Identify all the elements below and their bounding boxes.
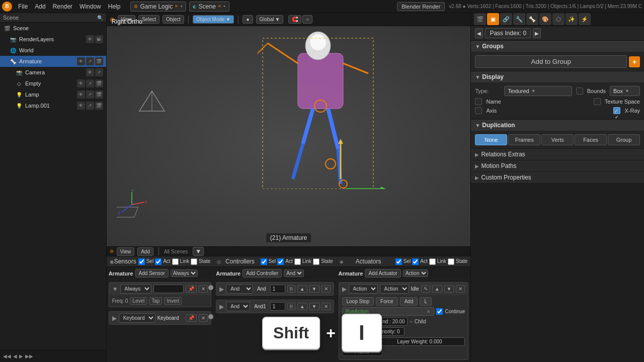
- sensor-always-invert[interactable]: Invert: [164, 297, 182, 305]
- add-sensor-btn[interactable]: Add Sensor: [135, 269, 169, 278]
- controller-and2-type[interactable]: And: [226, 302, 250, 311]
- sensors-sel-check[interactable]: [138, 258, 145, 265]
- sensor-keyboard-connector[interactable]: [208, 314, 213, 319]
- pass-index-prev[interactable]: ◀: [475, 28, 483, 38]
- proportional-btn[interactable]: ○: [302, 15, 312, 24]
- outliner-item-empty[interactable]: ◇ Empty 👁 ↗ 🎬: [0, 78, 106, 89]
- custom-properties-section[interactable]: ▶ Custom Properties: [471, 172, 644, 184]
- sensor-always-level[interactable]: Level: [130, 297, 147, 305]
- sensors-act-check[interactable]: [155, 258, 162, 265]
- relations-extras-section[interactable]: ▶ Relations Extras: [471, 149, 644, 160]
- dup-faces-btn[interactable]: Faces: [575, 134, 607, 145]
- continue-checkbox[interactable]: [436, 308, 443, 315]
- add-controller-btn[interactable]: Add Controller: [243, 269, 282, 278]
- object-menu-btn[interactable]: Object: [163, 15, 184, 24]
- sensor-always-close[interactable]: ✕: [199, 285, 208, 293]
- props-particle-icon[interactable]: ✨: [566, 13, 578, 25]
- display-section-header[interactable]: ▼ Display: [471, 71, 644, 83]
- run-action-clear[interactable]: ✕: [427, 309, 431, 314]
- outliner-item-scene[interactable]: 🎬 Scene: [0, 23, 106, 34]
- actuators-state-check[interactable]: [448, 258, 454, 265]
- dup-none-btn[interactable]: None: [475, 134, 507, 145]
- sensor-always-type[interactable]: Always: [120, 284, 152, 294]
- sensor-type-dropdown[interactable]: Always: [171, 269, 198, 277]
- controller-type-dropdown[interactable]: And: [284, 269, 304, 277]
- blender-logo[interactable]: B: [2, 2, 12, 12]
- controller-and1-value[interactable]: [270, 285, 285, 293]
- menu-help[interactable]: Help: [105, 2, 124, 11]
- xray-checkbox[interactable]: ✓: [613, 107, 620, 114]
- outliner-item-camera[interactable]: 📸 Camera 👁 ↗: [0, 67, 106, 78]
- sensors-state-check[interactable]: [191, 258, 197, 265]
- controller-and2-value[interactable]: [270, 302, 285, 311]
- add-group-plus-btn[interactable]: +: [629, 56, 640, 67]
- controllers-sel-check[interactable]: [261, 258, 267, 265]
- lamp-render-btn[interactable]: 🎬: [95, 90, 103, 99]
- sensor-keyboard-type[interactable]: Keyboard: [119, 313, 155, 323]
- pass-index-next[interactable]: ▶: [533, 28, 541, 38]
- duplication-section-header[interactable]: ▼ Duplication: [471, 120, 644, 131]
- add-action-btn[interactable]: Add: [400, 297, 418, 306]
- add-actuator-btn[interactable]: Add Actuator: [365, 269, 400, 278]
- actuator-expand[interactable]: ▶: [342, 286, 347, 293]
- lamp001-render-btn[interactable]: 🎬: [95, 102, 103, 110]
- armature-render-btn[interactable]: 🎬: [95, 57, 103, 65]
- controller-and2-down[interactable]: ▼: [309, 303, 319, 310]
- controller-and1-down[interactable]: ▼: [309, 285, 319, 293]
- actuator-type-select[interactable]: Action: [349, 284, 378, 294]
- props-object-icon[interactable]: ▣: [487, 13, 499, 25]
- actuators-sel-check[interactable]: [395, 258, 402, 265]
- controllers-state-check[interactable]: [313, 258, 319, 265]
- controller-and1-copy[interactable]: ⎘: [287, 285, 295, 293]
- props-data-icon[interactable]: 🦴: [526, 13, 538, 25]
- outliner-item-renderlayers[interactable]: 📷 RenderLayers 👁 📽: [0, 34, 106, 45]
- logic-add-btn-header[interactable]: Add: [137, 247, 153, 256]
- controllers-act-check[interactable]: [277, 258, 284, 265]
- actuator-down-btn[interactable]: ▼: [444, 285, 454, 293]
- armature-cursor-btn[interactable]: ↗: [86, 57, 94, 65]
- snap-btn[interactable]: 🧲: [288, 15, 301, 24]
- controllers-link-check[interactable]: [294, 258, 301, 265]
- controller-and1-expand[interactable]: ▶: [219, 286, 224, 293]
- loop-stop-btn[interactable]: Loop Stop: [342, 297, 374, 306]
- display-type-dropdown[interactable]: Textured ▼: [504, 86, 572, 96]
- all-scenes-toggle[interactable]: ▼: [193, 247, 204, 256]
- menu-window[interactable]: Window: [76, 2, 104, 11]
- outliner-item-armature[interactable]: 🦴 Armature 👁 ↗ 🎬: [0, 56, 106, 67]
- renderlayers-restrict-btn[interactable]: 👁: [86, 35, 94, 43]
- controller-and1-up[interactable]: ▲: [297, 285, 307, 293]
- actuator-type-dropdown[interactable]: Action: [403, 269, 428, 277]
- camera-restrict-btn[interactable]: 👁: [86, 68, 94, 76]
- empty-cursor-btn[interactable]: ↗: [86, 79, 94, 87]
- props-material-icon[interactable]: 🎨: [539, 13, 551, 25]
- controller-and2-close[interactable]: ✕: [321, 303, 331, 310]
- bounds-checkbox[interactable]: [576, 87, 583, 95]
- dup-group-btn[interactable]: Group: [608, 134, 640, 145]
- armature-restrict-btn[interactable]: 👁: [77, 57, 85, 65]
- window-selector-gamelogic[interactable]: ⚙ Game Logic ✕ +: [130, 2, 186, 12]
- actuator-edit-btn[interactable]: ✎: [421, 285, 430, 293]
- sensor-always-expand[interactable]: ▼: [112, 286, 118, 293]
- controller-and1-close[interactable]: ✕: [321, 285, 331, 293]
- axis-checkbox[interactable]: [475, 107, 482, 114]
- menu-add[interactable]: Add: [32, 2, 48, 11]
- sensor-always-name-input[interactable]: [153, 285, 184, 293]
- empty-restrict-btn[interactable]: 👁: [77, 79, 85, 87]
- texture-space-checkbox[interactable]: [594, 98, 601, 105]
- sensor-keyboard-pin[interactable]: 📌: [186, 314, 197, 322]
- layer-weight-field[interactable]: Layer Weight: 0.000: [374, 337, 465, 346]
- transform-selector[interactable]: Global ▼: [256, 15, 284, 24]
- viewport[interactable]: ⊕ View Select Object Object Mode ▼ ● Glo…: [107, 13, 471, 246]
- viewport-shading-btn[interactable]: ●: [243, 15, 253, 24]
- props-constraint-icon[interactable]: 🔗: [500, 13, 512, 25]
- actuator-up-btn[interactable]: ▲: [432, 285, 442, 293]
- props-modifier-icon[interactable]: 🔧: [513, 13, 525, 25]
- props-texture-icon[interactable]: ⬡: [552, 13, 565, 25]
- dup-frames-btn[interactable]: Frames: [508, 134, 540, 145]
- actuators-act-check[interactable]: [412, 258, 419, 265]
- force-btn[interactable]: Force: [376, 297, 398, 306]
- sensor-always-tap[interactable]: Tap: [149, 297, 162, 305]
- lamp-cursor-btn[interactable]: ↗: [86, 90, 94, 99]
- menu-file[interactable]: File: [15, 2, 31, 11]
- l-btn[interactable]: L: [420, 297, 432, 306]
